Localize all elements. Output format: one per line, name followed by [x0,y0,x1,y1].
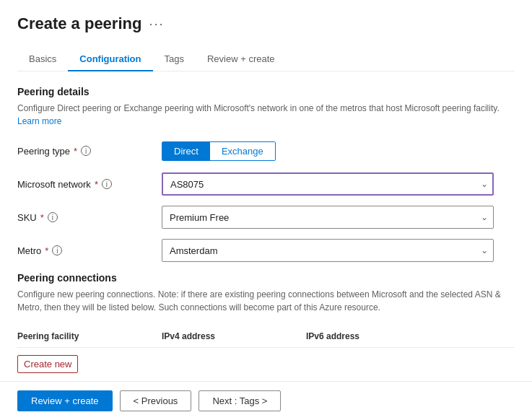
previous-button[interactable]: < Previous [120,390,192,411]
learn-more-link[interactable]: Learn more [17,116,61,126]
sku-info-icon[interactable]: i [48,212,58,222]
sku-label: SKU * i [17,212,162,223]
peering-type-toggle: Direct Exchange [162,141,494,161]
col-header-ipv4: IPv4 address [162,331,306,341]
col-header-facility: Peering facility [17,331,162,341]
required-star-sku: * [40,212,44,223]
col-header-ipv6: IPv6 address [306,331,450,341]
more-options-icon[interactable]: ··· [149,17,164,32]
footer-bar: Review + create < Previous Next : Tags > [0,381,532,420]
tab-basics[interactable]: Basics [17,48,68,71]
tab-bar: Basics Configuration Tags Review + creat… [17,48,515,71]
required-star-network: * [95,179,98,190]
toggle-direct-btn[interactable]: Direct [162,142,210,160]
peering-details-title: Peering details [17,86,515,97]
microsoft-network-select-wrapper: AS8075 ⌄ [162,172,494,196]
page-title: Create a peering [17,14,141,33]
microsoft-network-label: Microsoft network * i [17,179,162,190]
microsoft-network-select[interactable]: AS8075 [162,172,494,196]
tab-tags[interactable]: Tags [153,48,196,71]
peering-connections-section: Peering connections Configure new peerin… [17,272,515,373]
metro-info-icon[interactable]: i [52,245,62,255]
peering-type-label: Peering type * i [17,146,162,157]
metro-label: Metro * i [17,245,162,256]
peering-connections-title: Peering connections [17,272,515,284]
sku-select-wrapper: Premium Free Basic Free ⌄ [162,206,494,229]
required-star-metro: * [45,245,48,256]
sku-row: SKU * i Premium Free Basic Free ⌄ [17,206,515,229]
next-button[interactable]: Next : Tags > [199,390,281,411]
metro-select-wrapper: Amsterdam London Paris ⌄ [162,239,494,262]
peering-type-info-icon[interactable]: i [81,146,91,156]
peering-details-desc: Configure Direct peering or Exchange pee… [17,102,515,128]
review-create-button[interactable]: Review + create [17,390,113,411]
toggle-exchange-btn[interactable]: Exchange [210,142,275,160]
peering-type-row: Peering type * i Direct Exchange [17,139,515,162]
peering-connections-desc: Configure new peering connections. Note:… [17,288,515,314]
tab-review-create[interactable]: Review + create [196,48,287,71]
metro-select[interactable]: Amsterdam London Paris [162,239,494,262]
microsoft-network-row: Microsoft network * i AS8075 ⌄ [17,172,515,196]
microsoft-network-info-icon[interactable]: i [102,179,112,189]
create-new-button[interactable]: Create new [17,355,78,373]
metro-row: Metro * i Amsterdam London Paris ⌄ [17,239,515,262]
required-star-peering-type: * [74,146,77,157]
tab-configuration[interactable]: Configuration [68,48,152,71]
sku-select[interactable]: Premium Free Basic Free [162,206,494,229]
connections-table-header: Peering facility IPv4 address IPv6 addre… [17,325,515,348]
